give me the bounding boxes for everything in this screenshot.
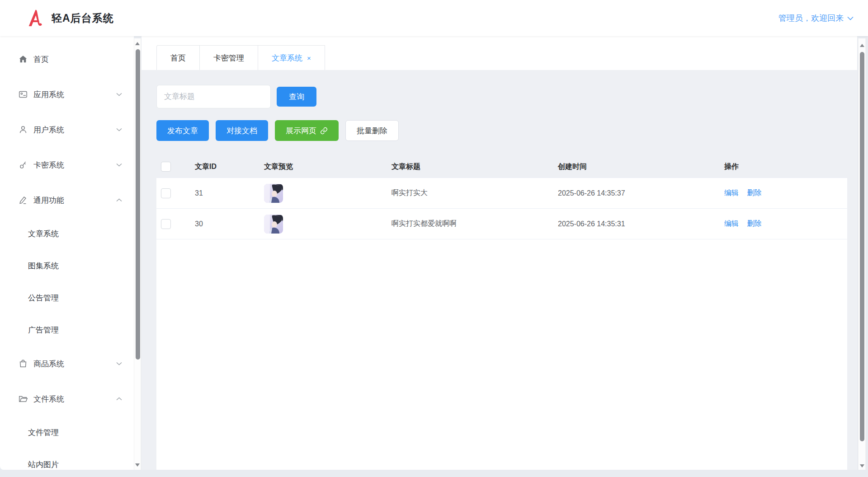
- article-title-input[interactable]: [156, 85, 271, 108]
- show-webpage-label: 展示网页: [286, 126, 316, 136]
- select-all-checkbox[interactable]: [161, 162, 171, 172]
- sidebar-item-label: 公告管理: [28, 293, 59, 303]
- sidebar-item-label: 用户系统: [33, 125, 64, 135]
- header-actions: 操作: [724, 162, 847, 172]
- folder-open-icon: [18, 394, 28, 404]
- query-button[interactable]: 查询: [277, 87, 316, 107]
- article-id: 31: [195, 189, 264, 197]
- row-checkbox[interactable]: [161, 219, 171, 229]
- sidebar-item-gallery-system[interactable]: 图集系统: [0, 250, 134, 282]
- sidebar-item-common-functions[interactable]: 通用功能: [0, 182, 134, 218]
- sidebar-item-file-system[interactable]: 文件系统: [0, 381, 134, 416]
- created-time: 2025-06-26 14:35:31: [558, 220, 724, 228]
- shopping-bag-icon: [18, 359, 28, 369]
- sidebar-item-label: 图集系统: [28, 261, 59, 271]
- sidebar-item-ad-management[interactable]: 广告管理: [0, 314, 134, 346]
- sidebar-item-label: 通用功能: [33, 195, 64, 206]
- scroll-up-icon[interactable]: [134, 42, 141, 45]
- table-header-row: 文章ID 文章预览 文章标题 创建时间 操作: [156, 156, 847, 178]
- tab-article-system[interactable]: 文章系统 ×: [258, 45, 325, 70]
- sidebar-item-label: 卡密系统: [33, 160, 64, 170]
- tab-close-icon[interactable]: ×: [307, 54, 311, 62]
- sidebar-item-announcement-management[interactable]: 公告管理: [0, 282, 134, 314]
- article-id: 30: [195, 220, 264, 228]
- filter-row: 查询: [156, 85, 857, 108]
- sidebar-item-app-system[interactable]: 应用系统: [0, 77, 134, 112]
- article-preview-image[interactable]: [264, 215, 283, 234]
- api-docs-button[interactable]: 对接文档: [216, 120, 268, 141]
- sidebar-item-label: 商品系统: [33, 359, 64, 369]
- sidebar-item-article-system[interactable]: 文章系统: [0, 218, 134, 250]
- show-webpage-button[interactable]: 展示网页: [275, 120, 339, 141]
- created-time: 2025-06-26 14:35:37: [558, 189, 724, 197]
- table-row: 31: [156, 178, 847, 209]
- page-bottom-strip: [0, 470, 868, 477]
- sidebar-item-label: 首页: [33, 54, 49, 65]
- sidebar-item-user-system[interactable]: 用户系统: [0, 112, 134, 147]
- sidebar-item-label: 文件系统: [33, 394, 64, 404]
- sidebar-item-file-management[interactable]: 文件管理: [0, 416, 134, 449]
- chevron-down-icon: [847, 16, 854, 20]
- user-icon: [18, 125, 28, 135]
- user-welcome-text: 管理员，欢迎回来: [778, 13, 844, 23]
- sidebar-item-label: 站内图片: [28, 459, 59, 470]
- header-article-preview: 文章预览: [264, 162, 392, 172]
- chevron-down-icon: [116, 362, 122, 365]
- chevron-down-icon: [116, 163, 122, 167]
- edit-link[interactable]: 编辑: [724, 220, 739, 227]
- actions-row: 发布文章 对接文档 展示网页 批量删除: [156, 120, 857, 141]
- app-title: 轻A后台系统: [52, 11, 114, 25]
- delete-link[interactable]: 删除: [747, 189, 761, 196]
- publish-article-button[interactable]: 发布文章: [156, 120, 209, 141]
- header-article-title: 文章标题: [392, 162, 558, 172]
- articles-table: 文章ID 文章预览 文章标题 创建时间 操作 31: [156, 156, 847, 470]
- content-scrollbar-thumb[interactable]: [860, 52, 864, 441]
- table-body: 31: [156, 178, 847, 470]
- app-header: 轻A后台系统 管理员，欢迎回来: [0, 0, 868, 36]
- edit-icon: [18, 195, 28, 205]
- header-article-id: 文章ID: [195, 162, 264, 172]
- batch-delete-button[interactable]: 批量删除: [345, 120, 399, 141]
- sidebar-item-home[interactable]: 首页: [0, 42, 134, 77]
- edit-link[interactable]: 编辑: [724, 189, 739, 196]
- chevron-up-icon: [116, 198, 122, 202]
- chevron-down-icon: [116, 93, 122, 96]
- tab-label: 卡密管理: [213, 53, 244, 63]
- scroll-up-icon[interactable]: [859, 44, 865, 47]
- chevron-down-icon: [116, 128, 122, 131]
- sidebar-item-label: 文章系统: [28, 229, 59, 239]
- home-icon: [18, 54, 28, 64]
- content-scrollbar[interactable]: [858, 38, 866, 471]
- sidebar-item-card-system[interactable]: 卡密系统: [0, 147, 134, 182]
- header-created-time: 创建时间: [558, 162, 724, 172]
- row-checkbox[interactable]: [161, 188, 171, 198]
- sidebar: 首页 应用系统 用户系统 卡密系统 通用功能: [0, 36, 134, 470]
- sidebar-item-label: 文件管理: [28, 427, 59, 438]
- article-preview-image[interactable]: [264, 184, 283, 203]
- scroll-down-icon[interactable]: [134, 463, 141, 467]
- sidebar-item-label: 广告管理: [28, 325, 59, 335]
- article-title: 啊实打实都爱就啊啊: [392, 219, 558, 229]
- scroll-down-icon[interactable]: [859, 464, 865, 468]
- user-menu[interactable]: 管理员，欢迎回来: [778, 0, 854, 36]
- main-content: 首页 卡密管理 文章系统 × 查询 发布文章 对接文档 展示网页 批量删除: [142, 36, 857, 470]
- key-icon: [18, 160, 28, 170]
- table-row: 30: [156, 209, 847, 239]
- sidebar-scrollbar[interactable]: [134, 38, 141, 471]
- app-logo-icon: [24, 7, 46, 29]
- tab-bar: 首页 卡密管理 文章系统 ×: [142, 36, 857, 70]
- tab-home[interactable]: 首页: [156, 45, 200, 70]
- sidebar-scrollbar-thumb[interactable]: [136, 49, 140, 360]
- chevron-up-icon: [116, 397, 122, 401]
- sidebar-item-goods-system[interactable]: 商品系统: [0, 346, 134, 381]
- tab-card-management[interactable]: 卡密管理: [200, 45, 258, 70]
- app-icon: [18, 89, 28, 99]
- tab-label: 首页: [170, 53, 186, 63]
- link-icon: [320, 127, 328, 135]
- delete-link[interactable]: 删除: [747, 220, 761, 227]
- sidebar-item-label: 应用系统: [33, 89, 64, 100]
- tab-label: 文章系统: [272, 53, 302, 63]
- article-title: 啊实打实大: [392, 188, 558, 198]
